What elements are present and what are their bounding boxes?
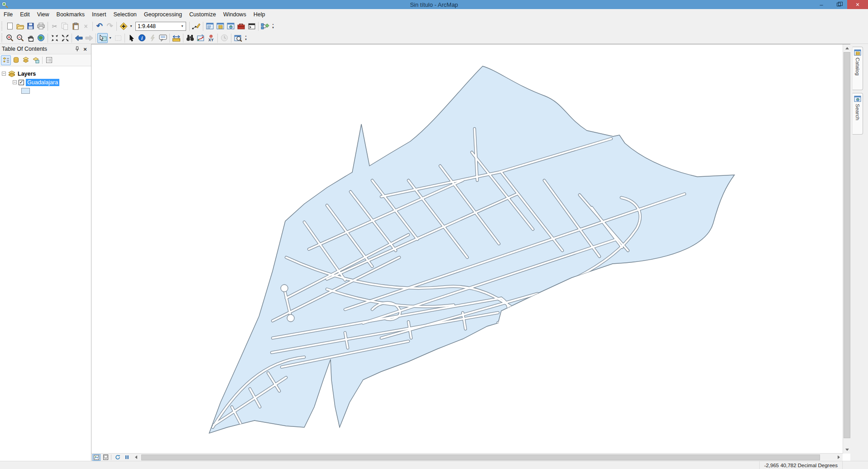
menu-customize[interactable]: Customize — [186, 10, 220, 19]
toolbar-separator — [48, 34, 48, 43]
go-forward-extent-button[interactable] — [84, 33, 94, 43]
zoom-in-button[interactable] — [5, 33, 15, 43]
toolbar-overflow-button[interactable]: ▪▾ — [243, 33, 249, 43]
layout-view-button[interactable] — [101, 454, 110, 461]
find-route-button[interactable] — [195, 33, 206, 43]
save-button[interactable] — [25, 21, 36, 31]
select-elements-button[interactable] — [126, 33, 137, 43]
clear-selection-button[interactable] — [113, 33, 123, 43]
hyperlink-button[interactable] — [147, 33, 158, 43]
table-of-contents-window-button[interactable] — [205, 21, 215, 31]
delete-x-icon: × — [84, 23, 87, 30]
python-window-button[interactable] — [246, 21, 257, 31]
fixed-zoom-in-icon — [51, 34, 58, 42]
list-by-source-button[interactable] — [11, 55, 21, 65]
menu-bookmarks[interactable]: Bookmarks — [53, 10, 89, 19]
add-data-icon — [120, 22, 128, 30]
pause-drawing-button[interactable] — [123, 454, 131, 461]
scale-dropdown-caret[interactable]: ▾ — [179, 22, 186, 30]
toc-pin-button[interactable] — [73, 45, 81, 53]
print-button[interactable] — [36, 21, 46, 31]
map-scale-combobox[interactable]: 1:9.448 ▾ — [135, 22, 186, 31]
list-by-selection-button[interactable] — [31, 55, 41, 65]
list-by-drawing-order-button[interactable] — [1, 55, 11, 65]
go-to-xy-button[interactable]: XY — [206, 33, 216, 43]
toc-close-button[interactable]: × — [81, 45, 89, 53]
scroll-up-button[interactable] — [843, 44, 851, 52]
redo-button[interactable]: ↷ — [105, 21, 115, 31]
full-extent-button[interactable] — [36, 33, 46, 43]
catalog-window-button[interactable] — [215, 21, 225, 31]
select-features-dropdown-caret[interactable]: ▾ — [108, 36, 113, 40]
toolbar-overflow-button[interactable]: ▪▾ — [270, 21, 276, 31]
html-popup-button[interactable] — [158, 33, 168, 43]
find-button[interactable] — [185, 33, 195, 43]
measure-button[interactable] — [171, 33, 182, 43]
go-back-extent-button[interactable] — [73, 33, 84, 43]
toc-options-button[interactable] — [44, 55, 54, 65]
collapse-icon[interactable]: − — [13, 80, 17, 84]
toc-root-layers[interactable]: − Layers — [0, 69, 91, 78]
menu-windows[interactable]: Windows — [220, 10, 250, 19]
menu-edit[interactable]: Edit — [16, 10, 34, 19]
toolbar-grip[interactable] — [1, 34, 3, 43]
menu-geoprocessing[interactable]: Geoprocessing — [140, 10, 186, 19]
arctoolbox-button[interactable] — [236, 21, 246, 31]
map-viewport[interactable] — [91, 44, 850, 461]
layer-visibility-checkbox[interactable]: ✓ — [19, 80, 24, 85]
copy-button[interactable] — [60, 21, 70, 31]
toolbar-separator — [92, 22, 93, 31]
toolbar-separator — [72, 34, 72, 43]
map-horizontal-scrollbar[interactable] — [140, 454, 833, 461]
add-data-button[interactable] — [118, 21, 129, 31]
menu-help[interactable]: Help — [250, 10, 269, 19]
list-by-visibility-icon — [22, 57, 29, 63]
content-area: Table Of Contents × — [0, 44, 868, 461]
search-window-button[interactable] — [225, 21, 236, 31]
vertical-scroll-thumb[interactable] — [844, 52, 850, 438]
select-features-button[interactable] — [97, 33, 108, 43]
delete-button[interactable]: × — [81, 21, 91, 31]
open-button[interactable] — [15, 21, 25, 31]
paste-button[interactable] — [70, 21, 81, 31]
toolbar-grip[interactable] — [1, 22, 3, 31]
new-map-file-button[interactable] — [5, 21, 15, 31]
time-slider-button[interactable] — [219, 33, 230, 43]
add-data-dropdown-caret[interactable]: ▾ — [129, 24, 134, 28]
hscroll-left-button[interactable] — [132, 454, 140, 461]
modelbuilder-button[interactable] — [260, 21, 270, 31]
list-by-visibility-button[interactable] — [21, 55, 31, 65]
undo-button[interactable]: ↶ — [94, 21, 105, 31]
collapse-icon[interactable]: − — [2, 72, 6, 76]
map-canvas[interactable] — [91, 44, 843, 454]
menu-file[interactable]: File — [0, 10, 16, 19]
restore-button[interactable] — [830, 0, 847, 9]
menu-insert[interactable]: Insert — [88, 10, 110, 19]
refresh-icon — [115, 454, 120, 460]
layer-label[interactable]: Guadalajara — [26, 79, 59, 86]
identify-button[interactable]: i — [137, 33, 147, 43]
data-view-button[interactable] — [92, 454, 101, 461]
fixed-zoom-in-button[interactable] — [49, 33, 60, 43]
catalog-tab[interactable]: Catalog — [852, 47, 863, 90]
zoom-out-button[interactable] — [15, 33, 25, 43]
cut-button[interactable]: ✂ — [49, 21, 60, 31]
viewer-window-button[interactable] — [233, 33, 243, 43]
minimize-button[interactable]: – — [813, 0, 830, 9]
close-button[interactable]: × — [847, 0, 868, 9]
layer-symbol-swatch[interactable] — [21, 88, 30, 94]
layer-item-guadalajara[interactable]: − ✓ Guadalajara — [0, 78, 91, 87]
menu-view[interactable]: View — [34, 10, 53, 19]
scroll-down-button[interactable] — [843, 446, 851, 454]
layer-symbol-row[interactable] — [0, 87, 91, 95]
map-vertical-scrollbar[interactable] — [843, 44, 850, 454]
editor-toolbar-button[interactable] — [191, 21, 201, 31]
hscroll-right-button[interactable] — [834, 454, 843, 461]
zoom-in-icon — [6, 34, 14, 42]
fixed-zoom-out-button[interactable] — [60, 33, 70, 43]
pan-button[interactable] — [25, 33, 36, 43]
menu-selection[interactable]: Selection — [110, 10, 140, 19]
horizontal-scroll-thumb[interactable] — [141, 454, 820, 460]
refresh-button[interactable] — [114, 454, 122, 461]
search-tab[interactable]: Search — [852, 93, 863, 135]
